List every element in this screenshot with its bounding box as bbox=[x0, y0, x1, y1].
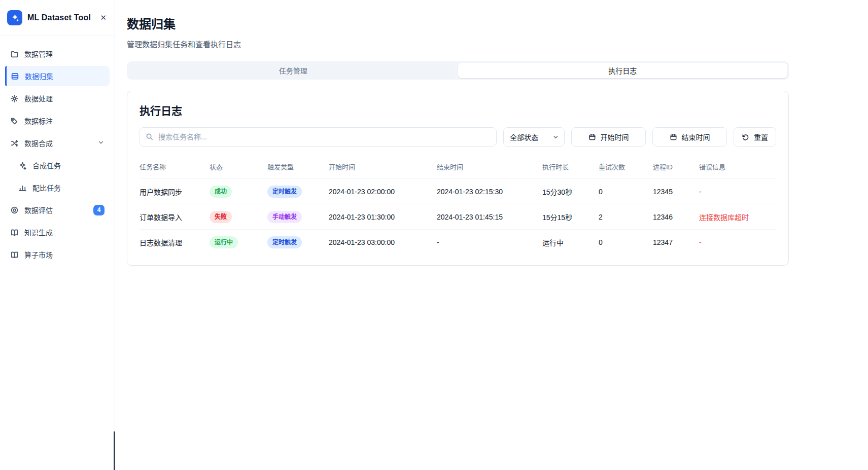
end-time-label: 结束时间 bbox=[682, 132, 710, 142]
status-badge: 失败 bbox=[210, 211, 232, 223]
calendar-icon bbox=[588, 133, 596, 141]
start-time-button[interactable]: 开始时间 bbox=[571, 127, 646, 147]
book-icon bbox=[10, 228, 19, 237]
status-badge: 成功 bbox=[210, 186, 232, 198]
cell-process-id: 12345 bbox=[653, 179, 699, 204]
sidebar-item-label: 合成任务 bbox=[32, 160, 61, 170]
cell-start-time: 2024-01-23 01:30:00 bbox=[329, 204, 437, 230]
tag-icon bbox=[10, 117, 19, 125]
cell-process-id: 12346 bbox=[653, 204, 699, 230]
sidebar-item-data-management[interactable]: 数据管理 bbox=[5, 44, 110, 64]
execution-log-card: 执行日志 全部状态 开始时间 结束时间 重置 bbox=[127, 91, 789, 266]
sidebar-item-label: 数据评估 bbox=[24, 205, 53, 215]
search-box bbox=[140, 127, 497, 147]
sidebar-item-label: 知识生成 bbox=[24, 227, 53, 237]
execution-log-table: 任务名称 状态 触发类型 开始时间 结束时间 执行时长 重试次数 进程ID 错误… bbox=[140, 159, 776, 255]
sidebar-item-synthesis-task[interactable]: 合成任务 bbox=[13, 155, 110, 175]
collect-icon bbox=[11, 72, 19, 81]
sidebar-item-knowledge-generation[interactable]: 知识生成 bbox=[5, 222, 110, 242]
app-title: ML Dataset Tool bbox=[27, 13, 94, 22]
sidebar-header: ML Dataset Tool ✕ bbox=[0, 0, 115, 35]
market-icon bbox=[10, 250, 19, 259]
table-row: 日志数据清理 运行中 定时触发 2024-01-23 03:00:00 - 运行… bbox=[140, 230, 776, 255]
cell-duration: 15分15秒 bbox=[542, 204, 599, 230]
cell-start-time: 2024-01-23 02:00:00 bbox=[329, 179, 437, 204]
column-header: 结束时间 bbox=[437, 159, 542, 179]
table-header-row: 任务名称 状态 触发类型 开始时间 结束时间 执行时长 重试次数 进程ID 错误… bbox=[140, 159, 776, 179]
cell-end-time: 2024-01-23 02:15:30 bbox=[437, 179, 542, 204]
calendar-icon bbox=[670, 133, 677, 141]
cell-task-name: 用户数据同步 bbox=[140, 179, 210, 204]
main-content: 数据归集 管理数据归集任务和查看执行日志 任务管理 执行日志 执行日志 全部状态… bbox=[115, 0, 868, 470]
sidebar-item-label: 数据标注 bbox=[24, 116, 53, 126]
target-icon bbox=[10, 206, 19, 214]
cell-error: - bbox=[699, 230, 776, 255]
reset-label: 重置 bbox=[754, 132, 768, 142]
sidebar-item-ratio-task[interactable]: 配比任务 bbox=[13, 177, 110, 198]
filter-bar: 全部状态 开始时间 结束时间 重置 bbox=[140, 127, 776, 147]
bar-chart-icon bbox=[18, 184, 27, 192]
sidebar-nav: 数据管理 数据归集 数据处理 数据标注 数据合成 合成任务 配比任 bbox=[0, 35, 115, 273]
sidebar-item-label: 配比任务 bbox=[32, 183, 61, 193]
sidebar-item-label: 算子市场 bbox=[24, 249, 53, 260]
sidebar-item-label: 数据管理 bbox=[24, 49, 53, 59]
sidebar-item-operator-market[interactable]: 算子市场 bbox=[5, 244, 110, 265]
cell-error: 连接数据库超时 bbox=[699, 204, 776, 230]
column-header: 错误信息 bbox=[699, 159, 776, 179]
column-header: 任务名称 bbox=[140, 159, 210, 179]
sidebar-item-data-collection[interactable]: 数据归集 bbox=[5, 66, 110, 86]
app-logo-icon bbox=[7, 10, 22, 25]
column-header: 执行时长 bbox=[542, 159, 599, 179]
tab-task-management[interactable]: 任务管理 bbox=[128, 63, 458, 78]
tab-execution-log[interactable]: 执行日志 bbox=[458, 63, 788, 78]
cell-retries: 2 bbox=[599, 204, 653, 230]
status-filter-select[interactable]: 全部状态 bbox=[503, 127, 565, 147]
sparkle-icon bbox=[18, 161, 27, 170]
cell-retries: 0 bbox=[599, 230, 653, 255]
table-row: 订单数据导入 失败 手动触发 2024-01-23 01:30:00 2024-… bbox=[140, 204, 776, 230]
column-header: 进程ID bbox=[653, 159, 699, 179]
gear-icon bbox=[10, 94, 19, 103]
status-filter-value: 全部状态 bbox=[510, 132, 538, 142]
reset-icon bbox=[742, 133, 749, 141]
cell-duration: 运行中 bbox=[542, 230, 599, 255]
tab-bar: 任务管理 执行日志 bbox=[127, 61, 789, 80]
reset-button[interactable]: 重置 bbox=[734, 127, 776, 147]
folder-icon bbox=[10, 50, 19, 58]
evaluation-count-badge: 4 bbox=[93, 205, 105, 215]
sidebar-item-data-annotation[interactable]: 数据标注 bbox=[5, 111, 110, 131]
card-title: 执行日志 bbox=[140, 102, 776, 118]
trigger-badge: 定时触发 bbox=[267, 186, 302, 198]
page-title: 数据归集 bbox=[127, 14, 789, 32]
column-header: 状态 bbox=[210, 159, 267, 179]
sidebar-item-label: 数据处理 bbox=[24, 93, 53, 103]
column-header: 触发类型 bbox=[267, 159, 329, 179]
cell-task-name: 订单数据导入 bbox=[140, 204, 210, 230]
cell-retries: 0 bbox=[599, 179, 653, 204]
column-header: 重试次数 bbox=[599, 159, 653, 179]
sidebar-item-data-processing[interactable]: 数据处理 bbox=[5, 88, 110, 109]
sidebar-item-data-synthesis[interactable]: 数据合成 bbox=[5, 133, 110, 153]
sidebar-item-data-evaluation[interactable]: 数据评估 4 bbox=[5, 200, 110, 220]
sidebar-scrollbar-thumb[interactable] bbox=[114, 431, 115, 470]
sidebar-close-button[interactable]: ✕ bbox=[99, 13, 108, 22]
trigger-badge: 手动触发 bbox=[267, 211, 302, 223]
table-row: 用户数据同步 成功 定时触发 2024-01-23 02:00:00 2024-… bbox=[140, 179, 776, 204]
column-header: 开始时间 bbox=[329, 159, 437, 179]
cell-task-name: 日志数据清理 bbox=[140, 230, 210, 255]
trigger-badge: 定时触发 bbox=[267, 236, 302, 248]
sidebar-item-label: 数据归集 bbox=[25, 71, 53, 81]
chevron-down-icon bbox=[552, 134, 559, 140]
search-input[interactable] bbox=[140, 127, 497, 147]
cell-start-time: 2024-01-23 03:00:00 bbox=[329, 230, 437, 255]
shuffle-icon bbox=[10, 139, 19, 148]
status-badge: 运行中 bbox=[210, 236, 238, 248]
cell-process-id: 12347 bbox=[653, 230, 699, 255]
end-time-button[interactable]: 结束时间 bbox=[652, 127, 727, 147]
chevron-down-icon bbox=[97, 139, 105, 148]
page-subtitle: 管理数据归集任务和查看执行日志 bbox=[127, 39, 789, 49]
cell-error: - bbox=[699, 179, 776, 204]
sidebar: ML Dataset Tool ✕ 数据管理 数据归集 数据处理 数据标注 数据… bbox=[0, 0, 115, 470]
cell-end-time: - bbox=[437, 230, 542, 255]
sidebar-item-label: 数据合成 bbox=[24, 138, 53, 148]
